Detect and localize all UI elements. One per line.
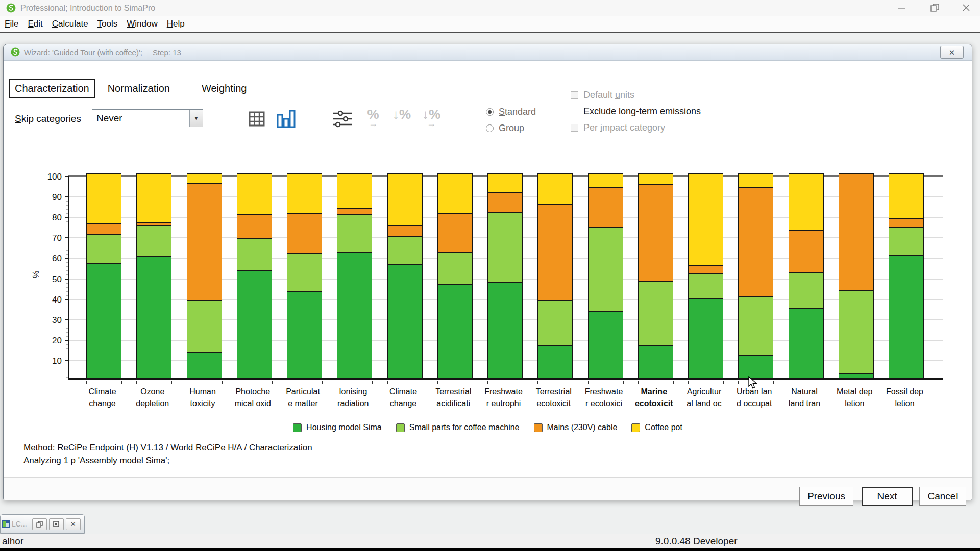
- minimize-button[interactable]: [890, 0, 914, 15]
- menu-item-window[interactable]: Window: [122, 17, 162, 31]
- bar-ionising-radiation: [337, 173, 372, 378]
- x-tick: [723, 381, 724, 384]
- mdi-maximize-button[interactable]: [49, 518, 64, 530]
- segment-housing-model-sima: [487, 282, 523, 378]
- bar-chart-view-icon[interactable]: [276, 109, 297, 129]
- x-tick: [924, 381, 924, 384]
- wizard-close-button[interactable]: ✕: [940, 46, 964, 59]
- window-title: Professional; Introduction to SimaPro: [20, 4, 155, 13]
- segment-mains-230v-cable: [688, 265, 723, 273]
- menu-item-help[interactable]: Help: [162, 17, 189, 31]
- restore-button[interactable]: [923, 0, 946, 15]
- x-tick: [738, 381, 739, 384]
- x-tick: [237, 381, 237, 384]
- segment-mains-230v-cable: [889, 218, 924, 228]
- segment-coffee-pot: [738, 173, 773, 188]
- bar-climate-change: [387, 173, 423, 378]
- mdi-restore-button[interactable]: [32, 518, 47, 530]
- segment-coffee-pot: [86, 173, 121, 223]
- segment-housing-model-sima: [889, 255, 924, 378]
- segment-housing-model-sima: [337, 252, 372, 378]
- status-version: 9.0.0.48 Developer: [655, 536, 738, 547]
- method-line1: Method: ReCiPe Endpoint (H) V1.13 / Worl…: [23, 441, 312, 454]
- segment-small-parts-for-coffee-machine: [789, 273, 824, 309]
- minimized-lcia-window[interactable]: LC... ✕: [0, 514, 85, 534]
- bar-fossil-dep-letion: [889, 173, 924, 378]
- y-tick-90: 90: [31, 192, 62, 203]
- checkbox-default-units[interactable]: Default units: [571, 90, 634, 101]
- tab-weighting[interactable]: Weighting: [197, 80, 252, 97]
- segment-small-parts-for-coffee-machine: [136, 226, 172, 256]
- mdi-close-button[interactable]: ✕: [66, 518, 81, 530]
- filter-sliders-icon[interactable]: [332, 109, 353, 129]
- bar-terrestrial-ecotoxicit: [537, 173, 573, 378]
- checkbox-exclude-long-term[interactable]: Exclude long-term emissions: [571, 106, 701, 117]
- segment-coffee-pot: [437, 173, 473, 213]
- cancel-button[interactable]: Cancel: [919, 487, 966, 506]
- segment-coffee-pot: [237, 173, 272, 214]
- bar-climate-change: [86, 173, 121, 378]
- segment-housing-model-sima: [387, 264, 423, 378]
- segment-small-parts-for-coffee-machine: [487, 212, 523, 282]
- x-tick: [688, 381, 689, 384]
- x-tick: [372, 381, 373, 384]
- segment-mains-230v-cable: [738, 188, 773, 296]
- wizard-title-bar: Wizard: 'Guided Tour (with coffee)';Step…: [4, 44, 972, 61]
- radio-standard[interactable]: Standard: [486, 107, 536, 117]
- x-tick: [222, 381, 223, 384]
- radio-group[interactable]: Group: [486, 123, 524, 134]
- bar-freshwate-r-eutrophi: [487, 173, 523, 378]
- y-major-tick: [65, 340, 68, 341]
- x-tick: [387, 381, 388, 384]
- x-tick: [773, 381, 774, 384]
- bar-agricultur-al-land-oc: [688, 173, 723, 378]
- segment-housing-model-sima: [237, 270, 272, 378]
- x-label-fossil-dep-letion: Fossil depletion: [875, 386, 935, 409]
- legend-item-coffee-pot: Coffee pot: [631, 423, 682, 432]
- x-tick: [789, 381, 789, 384]
- bar-terrestrial-acidificati: [437, 173, 473, 378]
- screen-bottom-strip: [0, 548, 980, 551]
- x-tick: [839, 381, 839, 384]
- previous-button[interactable]: Previous: [799, 487, 853, 506]
- menu-item-file[interactable]: File: [0, 17, 23, 31]
- wizard-title: Wizard: 'Guided Tour (with coffee)';Step…: [24, 48, 181, 57]
- x-tick: [623, 381, 624, 384]
- y-major-tick: [65, 176, 68, 177]
- segment-mains-230v-cable: [136, 222, 172, 226]
- x-tick: [136, 381, 137, 384]
- chevron-down-icon[interactable]: ▼: [189, 110, 203, 127]
- segment-small-parts-for-coffee-machine: [588, 228, 623, 311]
- wizard-footer: Previous Next Cancel: [4, 477, 972, 500]
- x-tick: [272, 381, 273, 384]
- status-divider: [328, 535, 328, 547]
- segment-mains-230v-cable: [437, 213, 473, 252]
- tab-characterization[interactable]: Characterization: [9, 79, 95, 98]
- segment-coffee-pot: [889, 173, 924, 218]
- y-major-tick: [65, 299, 68, 300]
- method-line2: Analyzing 1 p 'Assembly model Sima';: [23, 454, 312, 467]
- x-tick: [673, 381, 674, 384]
- segment-small-parts-for-coffee-machine: [437, 252, 473, 284]
- menu-item-tools[interactable]: Tools: [93, 17, 122, 31]
- x-tick: [573, 381, 573, 384]
- y-tick-10: 10: [31, 356, 62, 366]
- table-view-icon[interactable]: [247, 109, 267, 129]
- x-tick: [588, 381, 589, 384]
- mdi-restore-icon: [36, 521, 43, 528]
- checkbox-default-units-box: [571, 91, 578, 99]
- close-button[interactable]: [954, 0, 978, 15]
- segment-housing-model-sima: [136, 256, 172, 378]
- stacked-bar-chart: 102030405060708090100: [68, 175, 943, 380]
- checkbox-per-impact-category[interactable]: Per impact category: [571, 122, 665, 133]
- tab-normalization[interactable]: Normalization: [103, 80, 175, 97]
- segment-coffee-pot: [638, 173, 673, 185]
- x-tick: [287, 381, 287, 384]
- next-button[interactable]: Next: [862, 487, 913, 506]
- menu-item-calculate[interactable]: Calculate: [47, 17, 93, 31]
- segment-small-parts-for-coffee-machine: [187, 300, 222, 353]
- skip-categories-select[interactable]: Never ▼: [92, 109, 203, 127]
- menu-item-edit[interactable]: Edit: [23, 17, 47, 31]
- segment-housing-model-sima: [437, 284, 473, 378]
- segment-housing-model-sima: [638, 345, 673, 378]
